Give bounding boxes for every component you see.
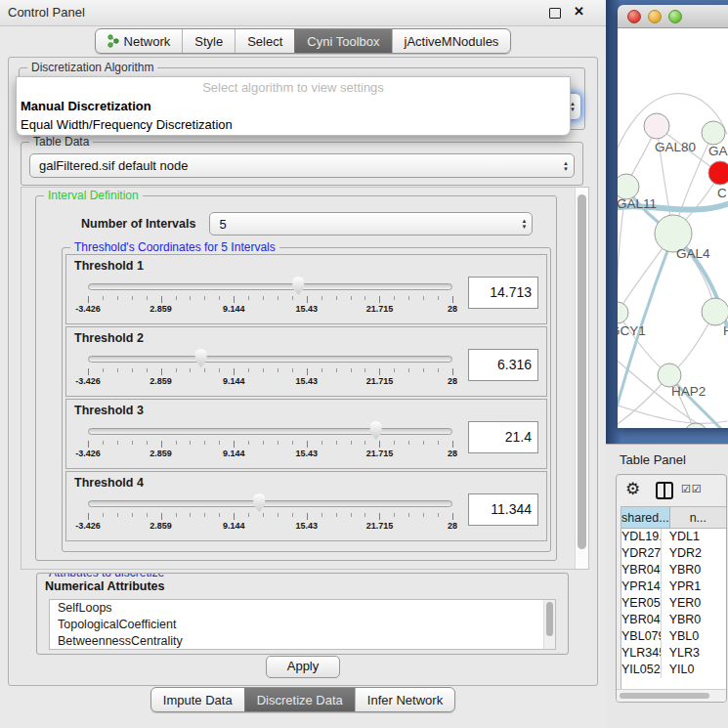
table-row[interactable]: YIL052CYIL0 xyxy=(621,662,726,678)
tick-mark xyxy=(438,441,439,445)
column-layout-icon[interactable] xyxy=(656,482,673,499)
tick-mark xyxy=(219,513,220,517)
threshold-panel: Threshold 4-3.4262.8599.14415.4321.71528… xyxy=(65,471,547,541)
tick-mark xyxy=(190,441,191,445)
threshold-row: -3.4262.8599.14415.4321.715286.316 xyxy=(74,347,538,388)
tick-label: 21.715 xyxy=(366,521,394,531)
network-view-window: GAL80GACGAL11GAL4GCY1HHAP2 xyxy=(618,5,728,428)
close-icon[interactable]: ✕ xyxy=(574,4,584,19)
horizontal-scrollbar[interactable] xyxy=(617,689,726,702)
zoom-traffic-light-icon[interactable] xyxy=(668,10,682,23)
table-row[interactable]: YBR045CYBR0 xyxy=(621,612,726,628)
vertical-scrollbar[interactable] xyxy=(575,188,588,569)
slider-handle[interactable] xyxy=(252,493,267,512)
threshold-value-field[interactable]: 11.344 xyxy=(468,493,538,526)
node-gal80[interactable] xyxy=(644,113,669,139)
node-top-right[interactable] xyxy=(702,121,725,145)
attribute-list-item[interactable]: SelfLoops xyxy=(50,600,555,617)
column-header-shared-name[interactable]: shared... xyxy=(621,507,670,529)
dropdown-placeholder-option[interactable]: Select algorithm to view settings xyxy=(17,77,570,97)
tick-label: 2.859 xyxy=(150,521,172,531)
number-of-intervals-combobox[interactable]: 5 ▲▼ xyxy=(209,212,533,236)
tick-mark xyxy=(408,441,409,445)
threshold-value-field[interactable]: 6.316 xyxy=(468,349,538,381)
table-row[interactable]: YPR145WYPR1 xyxy=(621,578,726,595)
node-red[interactable] xyxy=(708,161,728,185)
apply-button[interactable]: Apply xyxy=(266,656,340,678)
list-scrollbar[interactable] xyxy=(543,600,555,649)
slider-handle[interactable] xyxy=(291,277,306,295)
threshold-label: Threshold 3 xyxy=(74,404,538,417)
tick-mark xyxy=(379,513,380,520)
node-table-card: ⚙ ☑☑ shared... n... YDL19...YDL1YDR27...… xyxy=(616,474,727,703)
slider-handle[interactable] xyxy=(193,349,208,367)
tab-impute-data[interactable]: Impute Data xyxy=(151,688,244,711)
tick-mark xyxy=(408,513,409,517)
cell-name: YER0 xyxy=(662,595,726,612)
top-tab-row: NetworkStyleSelectCyni ToolboxjActiveMNo… xyxy=(0,28,606,56)
slider-handle[interactable] xyxy=(368,421,383,440)
tab-cyni-toolbox[interactable]: Cyni Toolbox xyxy=(294,29,391,53)
table-row[interactable]: YER054CYER0 xyxy=(621,595,726,612)
tick-mark xyxy=(336,368,337,372)
slider-ticks xyxy=(88,441,452,449)
tick-mark xyxy=(452,513,453,520)
tick-mark xyxy=(147,368,148,372)
tab-select[interactable]: Select xyxy=(235,29,294,53)
threshold-slider[interactable]: -3.4262.8599.14415.4321.71528 xyxy=(84,275,456,316)
slider-track xyxy=(88,428,452,435)
close-traffic-light-icon[interactable] xyxy=(627,10,641,23)
attribute-list-item[interactable]: BetweennessCentrality xyxy=(50,633,555,650)
tick-mark xyxy=(219,296,220,300)
tick-mark xyxy=(132,368,133,372)
table-row[interactable]: YBR043CYBR0 xyxy=(621,562,726,578)
tick-label: 9.144 xyxy=(223,521,245,531)
cell-name: YBL0 xyxy=(662,628,726,645)
group-title: Table Data xyxy=(29,135,93,149)
tick-mark xyxy=(204,368,205,372)
tick-mark xyxy=(117,296,118,300)
tab-style[interactable]: Style xyxy=(182,29,235,53)
group-title: Threshold's Coordinates for 5 Intervals xyxy=(70,240,279,254)
node-h-label: H xyxy=(723,323,728,338)
tick-mark xyxy=(278,441,278,445)
float-window-icon[interactable] xyxy=(549,8,561,19)
dropdown-option-equal-width-frequency[interactable]: Equal Width/Frequency Discretization xyxy=(17,115,570,134)
tab-network[interactable]: Network xyxy=(96,29,183,53)
table-data-combobox[interactable]: galFiltered.sif default node ▲▼ xyxy=(29,153,575,178)
node-h[interactable] xyxy=(702,298,728,325)
gear-icon[interactable]: ⚙ xyxy=(625,479,640,499)
scrollbar-thumb[interactable] xyxy=(620,693,709,699)
threshold-value-field[interactable]: 14.713 xyxy=(468,277,538,309)
thresholds-group: Threshold's Coordinates for 5 Intervals … xyxy=(62,247,551,552)
table-panel: Table Panel ⚙ ☑☑ shared... n... YDL19...… xyxy=(606,444,728,728)
number-of-intervals-label: Number of Intervals xyxy=(81,217,195,231)
dropdown-option-manual-discretization[interactable]: Manual Discretization xyxy=(17,97,570,115)
table-panel-title: Table Panel xyxy=(620,452,686,467)
scrollbar-thumb[interactable] xyxy=(578,194,586,549)
tab-jactivemnodules[interactable]: jActiveMNodules xyxy=(392,29,511,53)
network-canvas[interactable]: GAL80GACGAL11GAL4GCY1HHAP2 xyxy=(618,28,728,428)
threshold-slider[interactable]: -3.4262.8599.14415.4321.71528 xyxy=(84,419,456,460)
table-row[interactable]: YBL079WYBL0 xyxy=(621,628,726,645)
tab-infer-network[interactable]: Infer Network xyxy=(355,688,454,711)
threshold-slider[interactable]: -3.4262.8599.14415.4321.71528 xyxy=(84,347,456,388)
threshold-slider[interactable]: -3.4262.8599.14415.4321.71528 xyxy=(84,492,456,533)
checkbox-icons[interactable]: ☑☑ xyxy=(681,483,703,495)
threshold-row: -3.4262.8599.14415.4321.7152821.4 xyxy=(74,419,538,460)
tick-label: -3.426 xyxy=(75,304,101,314)
table-row[interactable]: YDL19...YDL1 xyxy=(621,529,726,545)
tab-discretize-data[interactable]: Discretize Data xyxy=(244,688,355,711)
numerical-attributes-list[interactable]: SelfLoopsTopologicalCoefficientBetweenne… xyxy=(49,599,556,650)
minimize-traffic-light-icon[interactable] xyxy=(648,10,662,23)
tick-mark xyxy=(351,296,352,300)
column-header-name[interactable]: n... xyxy=(670,507,726,529)
threshold-value-field[interactable]: 21.4 xyxy=(468,421,538,453)
tick-label: 2.859 xyxy=(150,376,172,386)
table-row[interactable]: YLR345WYLR3 xyxy=(621,645,726,662)
attribute-list-item[interactable]: TopologicalCoefficient xyxy=(50,617,555,633)
tick-mark xyxy=(321,296,322,300)
scrollbar-thumb[interactable] xyxy=(546,602,553,636)
table-row[interactable]: YDR27...YDR2 xyxy=(621,545,726,562)
node-gcy1[interactable] xyxy=(618,302,628,323)
